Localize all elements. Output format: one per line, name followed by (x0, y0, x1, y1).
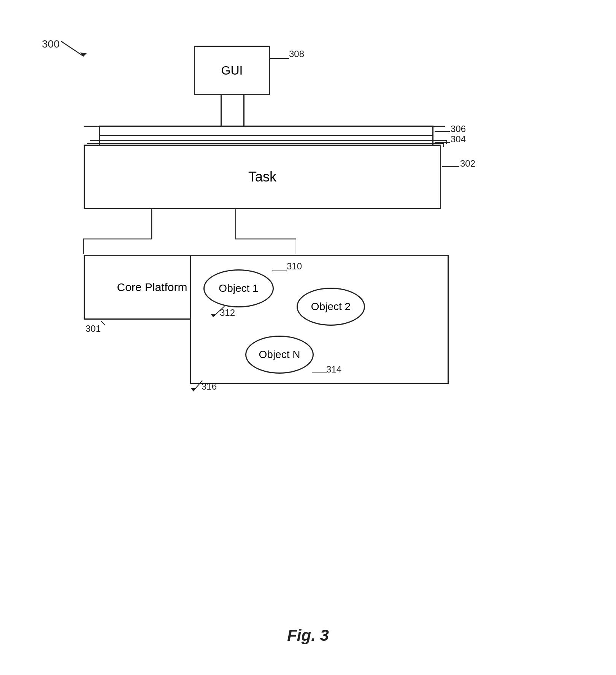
ref-label-314: 314 (326, 364, 341, 375)
ref-label-310: 310 (287, 261, 302, 272)
svg-line-0 (61, 41, 84, 56)
object-n-label: Object N (259, 349, 300, 361)
ref-label-308: 308 (289, 49, 304, 59)
ref-label-304: 304 (451, 134, 466, 145)
object-2-label: Object 2 (311, 301, 351, 313)
gui-box: GUI (194, 46, 270, 95)
object-2-box: Object 2 (297, 288, 365, 326)
core-platform-label: Core Platform (117, 281, 187, 294)
task-box: Task (84, 145, 441, 209)
svg-marker-19 (191, 388, 196, 391)
gui-conn-left-line (221, 95, 222, 129)
ref-label-302: 302 (460, 158, 475, 169)
svg-line-13 (101, 321, 105, 325)
gui-conn-right-line (243, 95, 244, 129)
svg-marker-16 (211, 314, 216, 317)
task-label: Task (248, 169, 276, 185)
object-1-label: Object 1 (219, 282, 258, 295)
object-1-box: Object 1 (203, 269, 274, 307)
ref-label-306: 306 (451, 124, 466, 134)
object-n-box: Object N (245, 336, 314, 374)
ref-301-arrow-icon (101, 321, 108, 328)
diagram-container: 300 GUI 308 306 304 Task 302 (30, 23, 563, 594)
task-to-objects-connector-icon (235, 209, 296, 258)
ref-label-316: 316 (202, 381, 217, 392)
ref-label-301: 301 (86, 323, 101, 334)
figure-caption: Fig. 3 (0, 626, 616, 645)
task-to-core-connector-icon (83, 209, 154, 258)
ref-label-300: 300 (42, 38, 60, 50)
ref-label-312: 312 (220, 307, 235, 318)
gui-label: GUI (221, 64, 243, 78)
arrow-300-icon (61, 41, 99, 64)
